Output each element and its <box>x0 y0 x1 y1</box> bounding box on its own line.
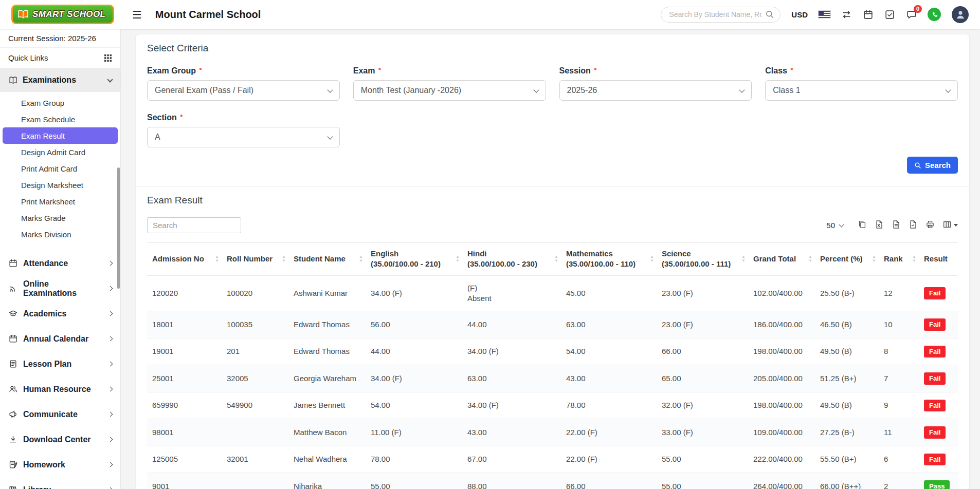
search-button[interactable]: Search <box>907 157 958 174</box>
cell-name[interactable]: Georgia Wareham <box>288 365 366 392</box>
sidebar-item-label: Human Resource <box>23 385 103 394</box>
cell-percent: 49.50 (B) <box>815 392 879 419</box>
main-content: Select Criteria Exam Group *General Exam… <box>121 29 980 489</box>
logo-text: SMART SCHOOL <box>32 9 105 20</box>
table-search-input[interactable] <box>147 217 241 233</box>
column-header-roll-number[interactable]: Roll Number▲▼ <box>222 243 288 276</box>
result-badge: Fail <box>924 318 946 331</box>
sidebar-item-library[interactable]: Library <box>0 477 120 489</box>
global-search-input[interactable] <box>661 7 781 23</box>
sidebar-item-download-center[interactable]: Download Center <box>0 427 120 452</box>
cell-admission: 25001 <box>147 365 222 392</box>
page-size-select[interactable]: 50 <box>825 219 844 232</box>
cell-math: 63.00 <box>561 311 657 338</box>
sidebar-scrollbar[interactable] <box>117 167 120 289</box>
app-logo[interactable]: SMART SCHOOL <box>11 5 114 24</box>
column-header-hindi[interactable]: Hindi(35.00/100.00 - 230)▲▼ <box>462 243 561 276</box>
criteria-actions: Search <box>147 157 958 174</box>
sidebar-item-attendance[interactable]: Attendance <box>0 251 120 276</box>
calendar-icon[interactable] <box>863 9 874 20</box>
column-header-grand-total[interactable]: Grand Total▲▼ <box>748 243 815 276</box>
search-button-label: Search <box>925 161 951 170</box>
columns-button[interactable] <box>942 220 958 231</box>
copy-button[interactable] <box>858 220 867 231</box>
sidebar-item-label: Academics <box>23 309 103 318</box>
sidebar-subitem-design-marksheet[interactable]: Design Marksheet <box>0 177 120 193</box>
print-button[interactable] <box>925 220 935 231</box>
topbar-right: USD 0 <box>661 6 980 23</box>
sidebar-item-lesson-plan[interactable]: Lesson Plan <box>0 351 120 377</box>
column-header-science[interactable]: Science(35.00/100.00 - 111)▲▼ <box>657 243 748 276</box>
sidebar-subitem-exam-result[interactable]: Exam Result <box>3 127 118 144</box>
language-flag-icon[interactable] <box>819 11 830 18</box>
sidebar-subitem-design-admit-card[interactable]: Design Admit Card <box>0 144 120 160</box>
sidebar-item-human-resource[interactable]: Human Resource <box>0 377 120 402</box>
sidebar: Current Session: 2025-26 Quick Links Exa… <box>0 29 121 489</box>
cell-result: Fail <box>919 311 958 338</box>
cell-english: 44.00 <box>366 338 462 365</box>
cell-result: Fail <box>919 275 958 311</box>
sidebar-item-online-examinations[interactable]: Online Examinations <box>0 276 120 301</box>
excel-button[interactable] <box>875 220 884 231</box>
sidebar-item-homework[interactable]: Homework <box>0 452 120 477</box>
cell-name[interactable]: Niharika <box>288 473 366 489</box>
cell-rank: 10 <box>879 311 919 338</box>
column-header-student-name[interactable]: Student Name▲▼ <box>288 243 366 276</box>
cell-name[interactable]: James Bennett <box>288 392 366 419</box>
sidebar-subitem-exam-schedule[interactable]: Exam Schedule <box>0 111 120 127</box>
column-header-rank[interactable]: Rank▲▼ <box>879 243 919 276</box>
sidebar-subitem-marks-division[interactable]: Marks Division <box>0 226 120 242</box>
cell-roll: 201 <box>222 338 288 365</box>
sidebar-item-academics[interactable]: Academics <box>0 301 120 326</box>
column-header-percent[interactable]: Percent (%)▲▼ <box>815 243 879 276</box>
select-exam[interactable]: Month Test (January -2026) <box>353 80 546 101</box>
task-check-icon[interactable] <box>884 9 895 20</box>
apps-grid-icon[interactable] <box>104 54 112 62</box>
cell-hindi: 67.00 <box>462 446 561 473</box>
user-avatar[interactable] <box>952 6 969 23</box>
sidebar-item-label: Lesson Plan <box>23 360 103 369</box>
cell-name[interactable]: Nehal Wadhera <box>288 446 366 473</box>
required-asterisk: * <box>180 113 183 121</box>
chat-icon[interactable]: 0 <box>906 9 917 20</box>
homework-icon <box>8 460 17 469</box>
cell-admission: 659990 <box>147 392 222 419</box>
cell-result: Fail <box>919 338 958 365</box>
select-class[interactable]: Class 1 <box>765 80 958 101</box>
chevron-right-icon <box>108 362 113 367</box>
select-section[interactable]: A <box>147 127 340 147</box>
quick-links[interactable]: Quick Links <box>0 48 120 68</box>
sidebar-subitem-exam-group[interactable]: Exam Group <box>0 95 120 111</box>
field-label: Exam * <box>353 66 546 76</box>
cell-name[interactable]: Matthew Bacon <box>288 419 366 446</box>
cell-name[interactable]: Edward Thomas <box>288 338 366 365</box>
cell-percent: 51.25 (B+) <box>815 365 879 392</box>
search-icon[interactable] <box>765 10 774 21</box>
column-header-english[interactable]: English(35.00/100.00 - 210)▲▼ <box>366 243 462 276</box>
cell-roll: 32001 <box>222 446 288 473</box>
pdf-button[interactable] <box>909 220 918 231</box>
exchange-icon[interactable] <box>841 9 852 20</box>
column-header-mathematics[interactable]: Mathematics(35.00/100.00 - 110)▲▼ <box>561 243 657 276</box>
cell-percent: 49.50 (B) <box>815 338 879 365</box>
select-exam-group[interactable]: General Exam (Pass / Fail) <box>147 80 340 101</box>
sidebar-item-examinations[interactable]: Examinations <box>0 68 120 92</box>
cell-percent: 46.50 (B) <box>815 311 879 338</box>
csv-button[interactable] <box>892 220 901 231</box>
column-header-admission-no[interactable]: Admission No▲▼ <box>147 243 222 276</box>
sidebar-item-communicate[interactable]: Communicate <box>0 402 120 427</box>
select-session[interactable]: 2025-26 <box>559 80 752 101</box>
sidebar-subitem-marks-grade[interactable]: Marks Grade <box>0 210 120 226</box>
sidebar-subitem-print-admit-card[interactable]: Print Admit Card <box>0 160 120 177</box>
currency-selector[interactable]: USD <box>791 10 808 19</box>
result-badge: Pass <box>924 480 950 489</box>
hamburger-menu-icon[interactable]: ☰ <box>132 9 142 20</box>
sidebar-item-label: Homework <box>23 460 103 469</box>
sidebar-subitem-print-marksheet[interactable]: Print Marksheet <box>0 193 120 210</box>
megaphone-icon <box>8 410 17 419</box>
sidebar-item-annual-calendar[interactable]: Annual Calendar <box>0 326 120 351</box>
whatsapp-icon[interactable] <box>928 8 941 21</box>
cell-name[interactable]: Ashwani Kumar <box>288 275 366 311</box>
cell-name[interactable]: Edward Thomas <box>288 311 366 338</box>
cell-hindi: 34.00 (F) <box>462 338 561 365</box>
